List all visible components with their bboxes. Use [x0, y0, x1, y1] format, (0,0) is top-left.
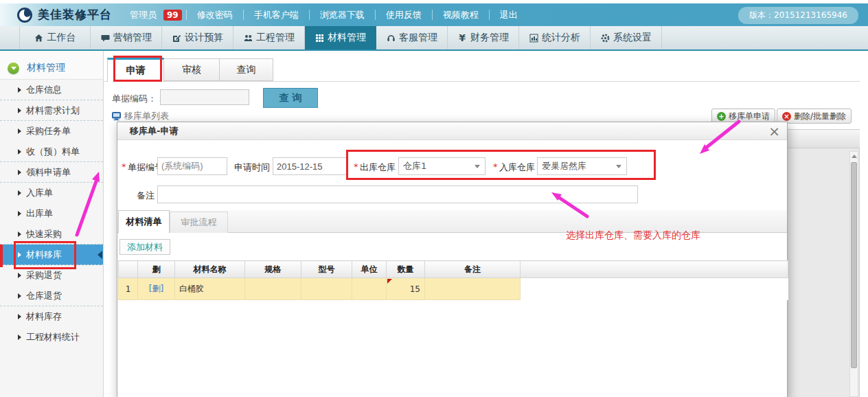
caret-right-icon	[18, 252, 21, 258]
swirl-logo-icon	[16, 7, 33, 23]
nav-tab-label: 设计预算	[185, 32, 223, 44]
in-warehouse-select[interactable]: 爱巢居然库	[537, 157, 627, 175]
nav-tab-statistics[interactable]: 统计分析	[519, 26, 591, 49]
nav-tab-workbench[interactable]: 工作台	[19, 26, 91, 49]
sidebar-item-quick-purchase[interactable]: 快速采购	[0, 224, 103, 245]
tab-material-list[interactable]: 材料清单	[118, 210, 170, 233]
sidebar-item-label: 工程材料统计	[26, 332, 80, 342]
home-icon	[34, 33, 44, 43]
sidebar-item-label: 收（预）料单	[26, 146, 80, 157]
sidebar-item-warehouse-return[interactable]: 仓库退货	[0, 286, 103, 306]
version-badge: 版本：20151213165946	[738, 7, 858, 24]
required-mark: *	[354, 161, 358, 172]
nav-tab-label: 营销管理	[113, 32, 152, 44]
apply-time-input[interactable]	[273, 157, 347, 175]
row-qty[interactable]: 15	[387, 278, 425, 300]
caret-right-icon	[18, 334, 21, 340]
nav-tab-finance[interactable]: ¥ 财务管理	[448, 26, 519, 49]
close-icon[interactable]: ×	[768, 123, 780, 139]
browser-download-link[interactable]: 浏览器下载	[309, 10, 375, 20]
remark-input[interactable]	[157, 185, 638, 203]
video-tutorial-link[interactable]: 视频教程	[432, 10, 489, 20]
sidebar-header[interactable]: 材料管理	[0, 51, 103, 80]
nav-tab-system-settings[interactable]: 系统设置	[591, 26, 662, 49]
scroll-up-icon[interactable]	[852, 155, 857, 158]
background-table-header	[788, 129, 860, 148]
nav-tab-label: 财务管理	[470, 32, 509, 44]
plus-circle-icon: +	[717, 112, 726, 121]
collapse-circle-icon[interactable]	[8, 63, 19, 74]
sidebar-title: 材料管理	[27, 62, 65, 74]
search-button[interactable]: 查 询	[263, 88, 318, 108]
mobile-client-link[interactable]: 手机客户端	[243, 10, 309, 20]
sidebar-item-outbound[interactable]: 出库单	[0, 203, 103, 224]
code-field-input[interactable]	[157, 157, 227, 175]
vertical-scrollbar[interactable]	[849, 151, 858, 397]
col-spec: 规格	[245, 261, 301, 278]
sidebar-item-purchase-task[interactable]: 采购任务单	[0, 121, 103, 141]
col-remark: 备注	[425, 261, 521, 278]
tab-approval-flow[interactable]: 审批流程	[170, 212, 228, 233]
sidebar: 材料管理 仓库信息 材料需求计划 采购任务单 收（预）料单 领料申请单 入库单 …	[0, 51, 104, 397]
sidebar-item-material-stock[interactable]: 材料库存	[0, 306, 103, 327]
in-warehouse-label: 入库仓库	[499, 161, 535, 174]
sidebar-item-label: 采购任务单	[26, 126, 71, 136]
nav-tab-engineering[interactable]: 工程管理	[233, 26, 305, 49]
col-qty: 数量	[387, 261, 425, 278]
row-spec	[245, 278, 301, 300]
sidebar-item-project-material-stats[interactable]: 工程材料统计	[0, 327, 103, 348]
material-table: 删 材料名称 规格 型号 单位 数量 备注 1 [删] 白桶胶	[118, 260, 788, 300]
nav-tab-design-budget[interactable]: 设计预算	[162, 26, 233, 49]
app-window: 美佳装修平台 管理员 99 修改密码 手机客户端 浏览器下载 使用反馈 视频教程…	[0, 0, 868, 397]
grid-icon	[315, 33, 324, 43]
order-code-input[interactable]	[160, 89, 249, 105]
sidebar-item-label: 材料库存	[26, 311, 62, 321]
qty-value: 15	[410, 284, 420, 294]
notification-badge[interactable]: 99	[163, 10, 182, 21]
scrollbar-thumb[interactable]	[851, 162, 857, 368]
nav-tab-customer-service[interactable]: 客服管理	[376, 26, 448, 49]
logout-link[interactable]: 退出	[489, 10, 528, 20]
tab-query[interactable]: 查询	[219, 58, 273, 81]
sidebar-item-label: 快速采购	[26, 229, 62, 239]
delete-row-link[interactable]: [删]	[149, 284, 163, 293]
sidebar-item-inbound[interactable]: 入库单	[0, 183, 103, 203]
nav-tab-label: 客服管理	[399, 32, 437, 44]
sidebar-item-material-request[interactable]: 领料申请单	[0, 162, 103, 183]
row-delete-cell: [删]	[138, 278, 175, 300]
app-logo: 美佳装修平台	[16, 7, 112, 23]
tab-strip-divider	[104, 81, 860, 82]
delete-batch-label: 删除/批量删除	[794, 111, 846, 122]
delete-batch-button[interactable]: × 删除/批量删除	[777, 109, 852, 124]
nav-tab-marketing[interactable]: 营销管理	[91, 26, 162, 49]
add-material-button[interactable]: 添加材料	[119, 239, 170, 255]
main-nav: 工作台 营销管理 设计预算 工程管理 材料管理 客服管理 ¥ 财务管理 统计分析	[0, 26, 868, 51]
col-delete: 删	[138, 261, 175, 278]
sidebar-item-material-demand-plan[interactable]: 材料需求计划	[0, 100, 103, 121]
tab-apply[interactable]: 申请	[107, 58, 164, 82]
nav-tab-materials[interactable]: 材料管理	[305, 26, 376, 49]
tab-audit[interactable]: 审核	[163, 58, 220, 81]
change-password-link[interactable]: 修改密码	[186, 10, 243, 20]
sidebar-item-warehouse-info[interactable]: 仓库信息	[0, 80, 103, 100]
sidebar-item-label: 出库单	[26, 208, 53, 218]
feedback-link[interactable]: 使用反馈	[375, 10, 432, 20]
sidebar-item-receive-material[interactable]: 收（预）料单	[0, 141, 103, 162]
transfer-list-title: 移库单列表	[112, 110, 169, 122]
col-unit: 单位	[352, 261, 387, 278]
col-filler	[521, 261, 788, 278]
tab-label: 审批流程	[181, 216, 217, 229]
out-warehouse-select[interactable]: 仓库1	[398, 157, 486, 175]
team-icon	[243, 33, 253, 43]
tab-label: 申请	[126, 65, 146, 77]
in-warehouse-value: 爱巢居然库	[542, 161, 586, 171]
chat-icon	[100, 33, 110, 43]
tab-label: 材料清单	[126, 216, 162, 228]
caret-right-icon	[18, 170, 21, 175]
remark-label: 备注	[137, 190, 155, 202]
sidebar-item-purchase-return[interactable]: 采购退货	[0, 265, 103, 286]
caret-right-icon	[18, 149, 21, 155]
sidebar-item-material-transfer[interactable]: 材料移库	[0, 245, 103, 265]
sidebar-item-label: 仓库退货	[26, 291, 62, 301]
apply-time-label: 申请时间	[234, 161, 270, 174]
